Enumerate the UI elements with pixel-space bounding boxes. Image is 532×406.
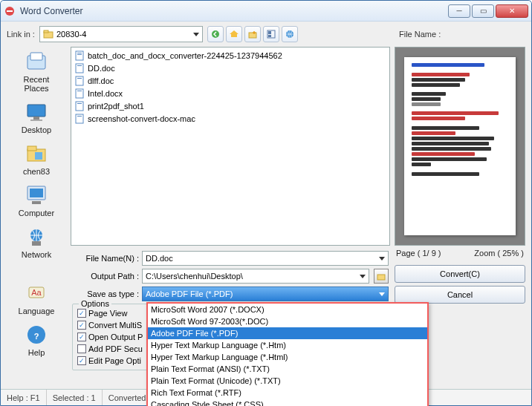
filename-input[interactable]: DD.doc: [142, 251, 389, 266]
dropdown-option[interactable]: Hyper Text Markup Language (*.Html): [148, 351, 427, 363]
convert-multi-checkbox[interactable]: ✓Convert MultiS: [77, 321, 142, 330]
link-in-dropdown[interactable]: 20830-4: [39, 26, 203, 42]
svg-text:Aa: Aa: [31, 288, 42, 297]
svg-rect-4: [249, 33, 256, 38]
dropdown-option[interactable]: MicroSoft Word 2007 (*.DOCX): [148, 304, 427, 315]
svg-rect-35: [76, 102, 83, 111]
sidebar-item-computer[interactable]: Computer: [9, 182, 64, 219]
maximize-button[interactable]: ▭: [472, 4, 494, 18]
sidebar-item-label: Language: [19, 307, 55, 315]
svg-rect-30: [77, 65, 82, 66]
sidebar-item-desktop[interactable]: Desktop: [9, 99, 64, 136]
preview-page: [404, 57, 516, 235]
minimize-button[interactable]: ─: [448, 4, 470, 18]
sidebar-item-language[interactable]: Aa Language: [9, 280, 64, 317]
network-icon: [25, 225, 48, 249]
cancel-button[interactable]: Cancel: [395, 286, 525, 304]
doc-icon: [74, 114, 85, 124]
nav-up-button[interactable]: [226, 26, 242, 42]
file-list[interactable]: batch_doc_and_docx_converter-224425-1237…: [71, 47, 390, 246]
svg-rect-38: [77, 116, 82, 117]
file-item[interactable]: Intel.docx: [73, 87, 388, 99]
saveas-dropdown[interactable]: Adobe PDF File (*.PDF): [142, 287, 389, 301]
svg-rect-27: [77, 53, 82, 53]
dropdown-option[interactable]: Hyper Text Markup Language (*.Htm): [148, 339, 427, 351]
dropdown-option[interactable]: Plain Text Format (Unicode) (*.TXT): [148, 375, 427, 387]
convert-button[interactable]: Convert(C): [395, 265, 525, 283]
sidebar-item-label: Network: [22, 250, 51, 259]
status-help: Help : F1: [1, 390, 47, 405]
svg-point-3: [212, 30, 219, 38]
places-sidebar: Recent Places Desktop chen83 Computer Ne…: [7, 47, 66, 386]
svg-rect-37: [76, 114, 83, 123]
link-in-value: 20830-4: [56, 30, 86, 39]
sidebar-item-recent[interactable]: Recent Places: [9, 48, 64, 94]
nav-view-button[interactable]: [263, 26, 279, 42]
close-button[interactable]: ✕: [496, 4, 528, 18]
zoom-status: Zoom ( 25% ): [474, 249, 524, 258]
nav-newfolder-button[interactable]: [244, 26, 261, 42]
svg-rect-18: [30, 189, 43, 197]
file-item[interactable]: screenshot-convert-docx-mac: [73, 112, 388, 125]
preview-pane: [395, 47, 525, 246]
page-status: Page ( 1/ 9 ): [396, 249, 441, 258]
sidebar-item-label: Help: [28, 348, 45, 357]
sidebar-item-label: chen83: [23, 167, 50, 176]
edit-page-options-checkbox[interactable]: ✓Edit Page Opti: [77, 356, 141, 365]
sidebar-item-label: Computer: [19, 209, 54, 217]
sidebar-item-user[interactable]: chen83: [9, 140, 64, 177]
svg-rect-39: [377, 275, 385, 280]
titlebar[interactable]: Word Converter ─ ▭ ✕: [1, 1, 531, 22]
svg-rect-2: [44, 30, 48, 33]
nav-back-button[interactable]: [207, 26, 224, 42]
link-in-label: Link in :: [7, 30, 35, 39]
file-item[interactable]: DD.doc: [73, 62, 388, 74]
svg-rect-7: [268, 35, 271, 37]
open-output-checkbox[interactable]: ✓Open Output P: [77, 333, 143, 341]
svg-rect-13: [30, 119, 42, 121]
status-selected: Selected : 1: [47, 390, 103, 405]
sidebar-item-help[interactable]: ? Help: [9, 321, 64, 358]
doc-icon: [74, 101, 85, 111]
svg-rect-19: [32, 201, 41, 204]
filename-label: File Name(N) :: [72, 254, 139, 263]
saveas-label: Save as type :: [72, 289, 139, 298]
chevron-down-icon: [193, 33, 199, 36]
svg-rect-16: [35, 152, 42, 160]
computer-icon: [25, 183, 48, 207]
saveas-dropdown-list[interactable]: MicroSoft Word 2007 (*.DOCX) MicroSoft W…: [146, 302, 429, 406]
svg-rect-21: [32, 241, 41, 246]
svg-rect-36: [77, 103, 82, 104]
chevron-down-icon: [379, 292, 385, 296]
svg-rect-31: [76, 76, 83, 85]
svg-rect-28: [77, 54, 82, 55]
output-path-label: Output Path :: [72, 272, 139, 281]
svg-rect-6: [268, 31, 271, 34]
dropdown-option[interactable]: Cascading Style Sheet (*.CSS): [148, 399, 427, 406]
doc-icon: [74, 63, 85, 73]
sidebar-item-network[interactable]: Network: [9, 223, 64, 261]
recent-icon: [25, 50, 48, 73]
file-item[interactable]: batch_doc_and_docx_converter-224425-1237…: [73, 49, 388, 62]
browse-button[interactable]: [374, 269, 389, 284]
output-path-input[interactable]: C:\Users\chenhui\Desktop\: [142, 269, 369, 284]
file-item[interactable]: print2pdf_shot1: [73, 99, 388, 112]
dropdown-option-selected[interactable]: Adobe PDF File (*.PDF): [148, 327, 427, 339]
dropdown-option[interactable]: Plain Text Format (ANSI) (*.TXT): [148, 363, 427, 375]
svg-rect-34: [77, 91, 82, 91]
svg-rect-33: [76, 89, 83, 98]
page-view-checkbox[interactable]: ✓Page View: [77, 309, 127, 318]
svg-rect-32: [77, 78, 82, 79]
svg-text:?: ?: [34, 332, 39, 341]
desktop-icon: [25, 100, 48, 124]
svg-rect-15: [27, 146, 36, 151]
add-pdf-security-checkbox[interactable]: Add PDF Secu: [77, 344, 143, 353]
app-icon: [4, 5, 16, 17]
nav-web-button[interactable]: [282, 26, 298, 42]
dropdown-option[interactable]: Rich Text Format (*.RTF): [148, 387, 427, 399]
file-item[interactable]: dlff.doc: [73, 74, 388, 87]
filename-header-label: File Name :: [399, 30, 525, 39]
user-folder-icon: [25, 142, 48, 166]
help-icon: ?: [25, 323, 48, 347]
dropdown-option[interactable]: MicroSoft Word 97-2003(*.DOC): [148, 315, 427, 327]
